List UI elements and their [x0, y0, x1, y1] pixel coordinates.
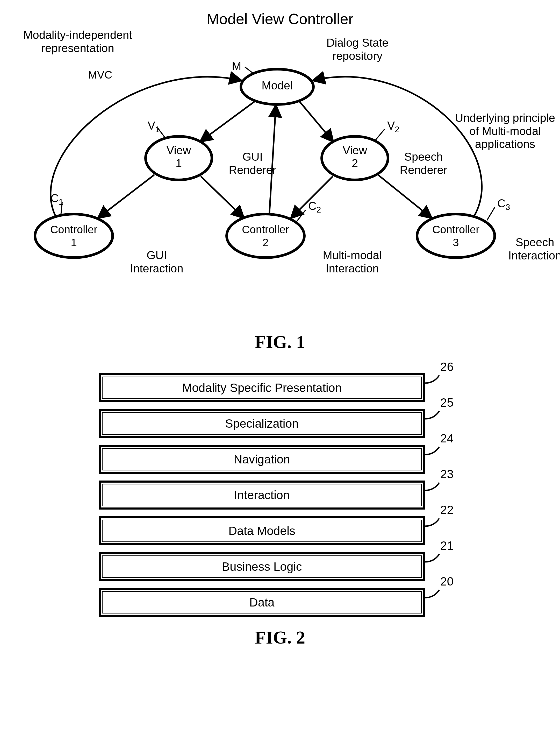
leader-line: [425, 517, 443, 528]
ref-v2: V2: [387, 119, 399, 134]
annot-speech-renderer: Speech Renderer: [394, 150, 453, 177]
annot-modality-independent: Modality-independent representation: [10, 28, 145, 55]
svg-line-7: [299, 101, 333, 141]
layer-number: 23: [440, 467, 454, 481]
ref-m: M: [232, 60, 241, 73]
fig1-title: Model View Controller: [10, 10, 550, 28]
layer-row: 24 Navigation: [99, 445, 425, 474]
annot-gui-interaction: GUI Interaction: [124, 249, 189, 275]
layer-bar: Data: [99, 588, 425, 617]
svg-text:2: 2: [352, 157, 358, 169]
svg-text:Controller: Controller: [242, 224, 289, 236]
layer-number: 21: [440, 539, 454, 553]
layer-row: 20 Data: [99, 588, 425, 617]
svg-line-18: [487, 207, 495, 220]
layer-stack: 26 Modality Specific Presentation 25 Spe…: [99, 373, 425, 617]
leader-line: [425, 481, 443, 492]
fig2-caption: FIG. 2: [10, 627, 550, 648]
svg-text:3: 3: [453, 236, 459, 249]
svg-text:Controller: Controller: [432, 224, 480, 236]
layer-bar: Business Logic: [99, 552, 425, 581]
annot-multimodal-interaction: Multi-modal Interaction: [316, 249, 389, 275]
svg-point-4: [227, 214, 305, 258]
layer-bar: Interaction: [99, 481, 425, 510]
layer-row: 22 Data Models: [99, 516, 425, 545]
layer-label: Interaction: [234, 488, 290, 502]
svg-line-15: [375, 129, 385, 140]
layer-label: Specialization: [225, 417, 299, 430]
layer-row: 21 Business Logic: [99, 552, 425, 581]
annot-mvc: MVC: [88, 69, 112, 81]
svg-line-9: [201, 176, 243, 218]
ref-c1: C1: [50, 192, 63, 207]
layer-row: 23 Interaction: [99, 481, 425, 510]
layer-bar: Modality Specific Presentation: [99, 373, 425, 402]
svg-text:Controller: Controller: [50, 224, 97, 236]
svg-line-8: [98, 175, 154, 218]
layer-bar: Data Models: [99, 516, 425, 545]
fig1-caption: FIG. 1: [10, 332, 550, 352]
leader-line: [425, 374, 443, 384]
layer-row: 25 Specialization: [99, 409, 425, 438]
svg-text:View: View: [167, 144, 191, 157]
layer-number: 22: [440, 503, 454, 517]
svg-line-6: [201, 101, 255, 141]
layer-number: 24: [440, 431, 454, 445]
annot-dialog-state: Dialog State repository: [316, 36, 399, 63]
layer-label: Navigation: [234, 452, 290, 466]
layer-bar: Specialization: [99, 409, 425, 438]
leader-line: [425, 553, 443, 563]
leader-line: [425, 589, 443, 599]
layer-label: Data Models: [228, 524, 295, 538]
ref-c3: C3: [497, 197, 510, 212]
svg-text:1: 1: [176, 157, 182, 169]
ref-c2: C2: [308, 200, 321, 214]
ref-v1: V1: [148, 119, 160, 134]
leader-line: [425, 410, 443, 420]
layer-label: Modality Specific Presentation: [182, 381, 342, 395]
svg-text:Model: Model: [262, 79, 293, 92]
leader-line: [425, 446, 443, 456]
figure-2: 26 Modality Specific Presentation 25 Spe…: [99, 373, 461, 617]
layer-label: Data: [249, 595, 274, 609]
svg-point-3: [35, 214, 113, 258]
svg-text:2: 2: [262, 236, 268, 249]
svg-line-13: [245, 67, 254, 74]
layer-number: 25: [440, 396, 454, 410]
svg-text:View: View: [343, 144, 367, 157]
layer-bar: Navigation: [99, 445, 425, 474]
layer-label: Business Logic: [222, 560, 302, 574]
svg-point-5: [417, 214, 495, 258]
layer-number: 20: [440, 574, 454, 588]
svg-text:1: 1: [71, 236, 77, 249]
layer-row: 26 Modality Specific Presentation: [99, 373, 425, 402]
annot-speech-interaction: Speech Interaction: [503, 236, 560, 262]
svg-line-11: [378, 175, 431, 218]
annot-underlying: Underlying principle of Multi-modal appl…: [451, 112, 559, 151]
annot-gui-renderer: GUI Renderer: [223, 150, 282, 177]
layer-number: 26: [440, 360, 454, 374]
figure-1: Model View 1 View 2 Controller 1 Control…: [10, 10, 550, 321]
